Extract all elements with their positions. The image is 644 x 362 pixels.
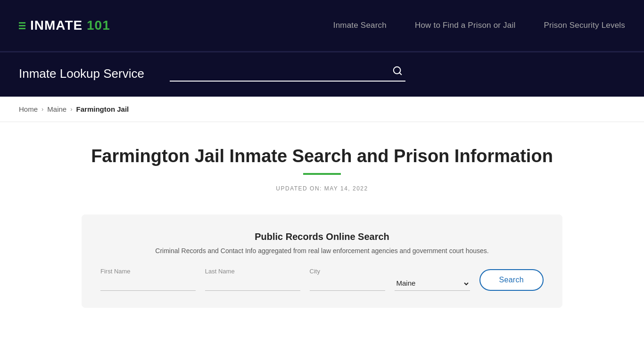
search-input-wrapper bbox=[170, 66, 405, 82]
first-name-input[interactable] bbox=[100, 278, 196, 291]
records-search-button[interactable]: Search bbox=[479, 269, 544, 291]
updated-date: UPDATED ON: MAY 14, 2022 bbox=[82, 185, 562, 192]
records-card-title: Public Records Online Search bbox=[100, 231, 544, 242]
breadcrumb-chevron-1: › bbox=[41, 106, 43, 113]
breadcrumb-bar: Home › Maine › Farmington Jail bbox=[0, 97, 644, 122]
breadcrumb-state[interactable]: Maine bbox=[47, 105, 66, 113]
records-card-subtitle: Criminal Records and Contact Info aggreg… bbox=[100, 247, 544, 255]
state-select[interactable]: Maine Alabama Alaska Arizona Arkansas Ca… bbox=[395, 277, 470, 291]
nav-links-list: Inmate Search How to Find a Prison or Ja… bbox=[333, 21, 625, 30]
main-content: Farmington Jail Inmate Search and Prison… bbox=[63, 122, 581, 336]
search-input[interactable] bbox=[170, 68, 389, 76]
page-title: Farmington Jail Inmate Search and Prison… bbox=[82, 146, 562, 167]
city-input[interactable] bbox=[310, 278, 385, 291]
top-navigation: INMATE 101 Inmate Search How to Find a P… bbox=[0, 0, 644, 52]
last-name-label: Last Name bbox=[205, 268, 300, 275]
breadcrumb-current: Farmington Jail bbox=[76, 105, 129, 113]
city-label: City bbox=[310, 268, 385, 275]
logo-text: INMATE 101 bbox=[30, 18, 110, 33]
search-icon bbox=[392, 66, 403, 76]
public-records-form: First Name Last Name City Maine Alabama … bbox=[100, 268, 544, 291]
records-card: Public Records Online Search Criminal Re… bbox=[82, 214, 562, 308]
last-name-field: Last Name bbox=[205, 268, 300, 291]
title-underline bbox=[303, 173, 341, 175]
first-name-label: First Name bbox=[100, 268, 196, 275]
nav-how-to-find[interactable]: How to Find a Prison or Jail bbox=[415, 21, 515, 30]
breadcrumb: Home › Maine › Farmington Jail bbox=[19, 105, 625, 113]
search-section-label: Inmate Lookup Service bbox=[19, 66, 151, 81]
nav-inmate-search[interactable]: Inmate Search bbox=[333, 21, 387, 30]
city-field: City bbox=[310, 268, 385, 291]
site-logo[interactable]: INMATE 101 bbox=[19, 18, 110, 33]
state-field: Maine Alabama Alaska Arizona Arkansas Ca… bbox=[395, 274, 470, 291]
first-name-field: First Name bbox=[100, 268, 196, 291]
breadcrumb-home[interactable]: Home bbox=[19, 105, 38, 113]
breadcrumb-chevron-2: › bbox=[70, 106, 72, 113]
nav-security-levels[interactable]: Prison Security Levels bbox=[544, 21, 625, 30]
search-section: Inmate Lookup Service bbox=[0, 52, 644, 97]
logo-bars-icon bbox=[19, 22, 25, 29]
search-submit-button[interactable] bbox=[389, 66, 405, 79]
svg-line-1 bbox=[399, 73, 401, 74]
last-name-input[interactable] bbox=[205, 278, 300, 291]
